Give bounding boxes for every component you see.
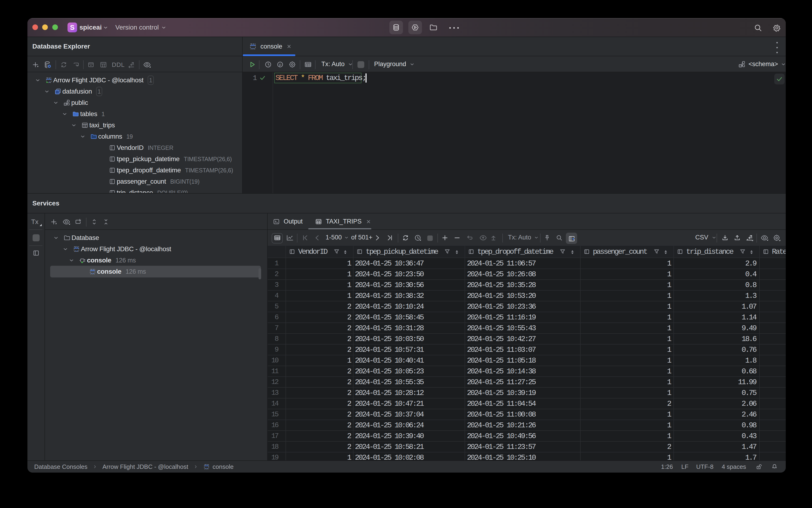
- svg-text:p: p: [279, 62, 281, 67]
